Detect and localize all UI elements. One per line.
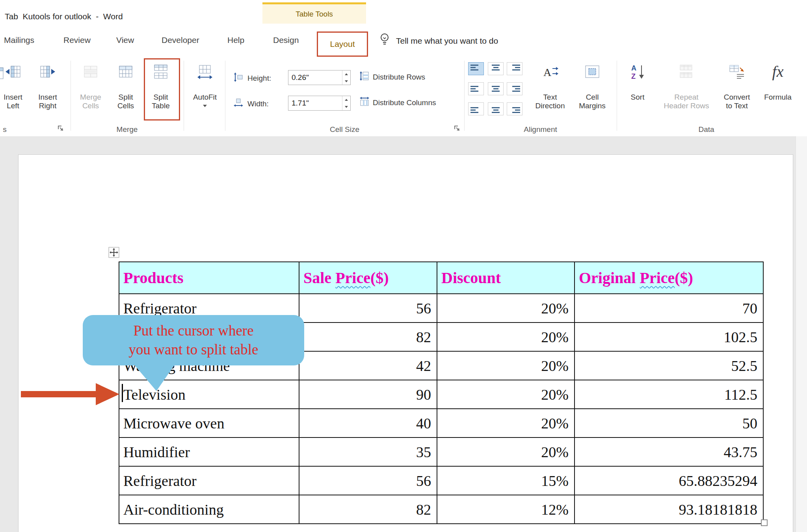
sort-icon: A Z (629, 63, 646, 81)
text-direction-icon: A (541, 63, 559, 81)
width-label: Width: (247, 100, 269, 108)
red-arrow (21, 391, 97, 397)
distribute-columns-button[interactable]: Distribute Columns (359, 96, 436, 109)
col-header-sale-price[interactable]: Sale Price($) (299, 262, 437, 294)
ribbon-tab-row: Mailings Review View Developer Help Desi… (0, 24, 807, 57)
group-label-partial: s (0, 125, 9, 134)
col-header-products[interactable]: Products (119, 262, 299, 294)
merge-cells-icon (82, 63, 99, 81)
col-header-discount[interactable]: Discount (437, 262, 575, 294)
tab-mailings[interactable]: Mailings (4, 35, 34, 45)
document-area: Products Sale Price($) Discount Original… (0, 136, 807, 532)
cell-margins-button[interactable]: CellMargins (576, 59, 609, 122)
sort-button[interactable]: A Z Sort (622, 59, 653, 122)
text-direction-button[interactable]: A TextDirection (534, 59, 567, 122)
spin-up-icon[interactable] (342, 70, 350, 78)
autofit-icon (196, 63, 214, 81)
spin-up-icon[interactable] (342, 96, 350, 103)
repeat-header-rows-button: RepeatHeader Rows (663, 59, 710, 122)
contextual-tab-group-table-tools: Table Tools (262, 2, 366, 24)
convert-to-text-icon (728, 63, 746, 81)
group-label-alignment: Alignment (464, 125, 617, 134)
table-row-height-icon (233, 72, 244, 82)
document-page[interactable]: Products Sale Price($) Discount Original… (18, 154, 793, 532)
table-row[interactable]: Refrigerator 56 15% 65.88235294 (119, 466, 763, 495)
split-cells-button[interactable]: SplitCells (110, 59, 141, 122)
tab-view[interactable]: View (116, 35, 134, 45)
col-header-original-price[interactable]: Original Price($) (575, 262, 763, 294)
products-table[interactable]: Products Sale Price($) Discount Original… (119, 261, 764, 524)
tellme-box[interactable]: Tell me what you want to do (396, 36, 498, 46)
table-header-row[interactable]: Products Sale Price($) Discount Original… (119, 262, 763, 294)
autofit-button[interactable]: AutoFit (189, 59, 221, 122)
formula-button[interactable]: fx Formula (761, 59, 795, 122)
table-row-television[interactable]: Television 90 20% 112.5 (119, 380, 763, 409)
group-label-merge: Merge (71, 125, 184, 134)
table-row[interactable]: Microwave oven 40 20% 50 (119, 409, 763, 437)
formula-fx-icon: fx (772, 63, 784, 81)
group-label-data: Data (617, 125, 796, 134)
height-label: Height: (247, 74, 271, 83)
insert-right-button[interactable]: InsertRight (32, 59, 63, 122)
text-cursor-caret (122, 384, 123, 402)
split-table-button[interactable]: SplitTable (145, 59, 176, 122)
align-center-button[interactable] (488, 82, 504, 95)
spin-down-icon[interactable] (342, 103, 350, 110)
insert-left-button[interactable]: InsertLeft (0, 59, 28, 122)
tab-layout[interactable]: Layout (317, 32, 368, 57)
distribute-rows-button[interactable]: Distribute Rows (359, 71, 425, 83)
group-separator (464, 61, 465, 131)
title-bar: Tab Kutools for outlook - Word Table Too… (0, 0, 807, 24)
insert-right-icon (39, 63, 56, 81)
table-row[interactable]: Air-conditioning 82 12% 93.18181818 (119, 495, 763, 524)
split-cells-icon (117, 63, 134, 81)
callout-line1: Put the cursor where (133, 321, 253, 340)
align-center-right-button[interactable] (507, 82, 523, 95)
convert-to-text-button[interactable]: Convertto Text (716, 59, 758, 122)
align-top-center-button[interactable] (488, 62, 504, 75)
table-resize-handle[interactable] (761, 519, 768, 526)
split-table-icon (152, 63, 169, 81)
callout-bubble: Put the cursor where you want to split t… (83, 315, 304, 365)
cell-size-dialog-launcher-icon[interactable] (453, 124, 461, 132)
repeat-header-rows-icon (678, 63, 695, 81)
vertical-scrollbar[interactable] (796, 136, 807, 532)
autofit-dropdown-caret (203, 105, 207, 107)
height-input[interactable]: 0.26" (288, 70, 351, 85)
rows-columns-dialog-launcher-icon[interactable] (57, 124, 65, 132)
word-window: Tab Kutools for outlook - Word Table Too… (0, 0, 807, 532)
tab-layout-label: Layout (330, 39, 355, 49)
tab-design[interactable]: Design (273, 35, 299, 45)
align-bottom-right-button[interactable] (507, 102, 523, 115)
cell-margins-icon (584, 63, 601, 81)
distribute-rows-icon (359, 71, 370, 83)
distribute-columns-icon (359, 96, 370, 109)
red-arrow-head (96, 383, 119, 405)
merge-cells-button: MergeCells (75, 59, 106, 122)
spin-down-icon[interactable] (342, 78, 350, 85)
align-bottom-center-button[interactable] (488, 102, 504, 115)
ribbon-layout-tab: InsertLeft InsertRight (0, 57, 807, 137)
width-input[interactable]: 1.71" (288, 96, 351, 111)
align-center-left-button[interactable] (468, 82, 484, 95)
align-bottom-left-button[interactable] (468, 102, 484, 115)
tab-help[interactable]: Help (227, 35, 244, 45)
group-label-cell-size: Cell Size (225, 125, 464, 134)
callout-line2: you want to split table (129, 340, 258, 359)
align-top-left-button[interactable] (468, 62, 484, 75)
group-separator (617, 61, 617, 131)
table-tools-label: Table Tools (296, 10, 333, 19)
table-row[interactable]: Humidifier 35 20% 43.75 (119, 437, 763, 466)
tab-developer[interactable]: Developer (162, 35, 199, 45)
table-move-handle-icon[interactable] (108, 247, 119, 258)
window-title: Tab Kutools for outlook - Word (5, 12, 123, 21)
group-separator (184, 61, 184, 131)
table-column-width-icon (233, 98, 244, 108)
width-spinner[interactable] (342, 96, 350, 110)
align-top-right-button[interactable] (507, 62, 523, 75)
group-separator (225, 61, 225, 131)
height-spinner[interactable] (342, 70, 350, 85)
insert-left-icon (4, 63, 22, 81)
tab-review[interactable]: Review (63, 35, 91, 45)
svg-text:A: A (631, 64, 636, 72)
